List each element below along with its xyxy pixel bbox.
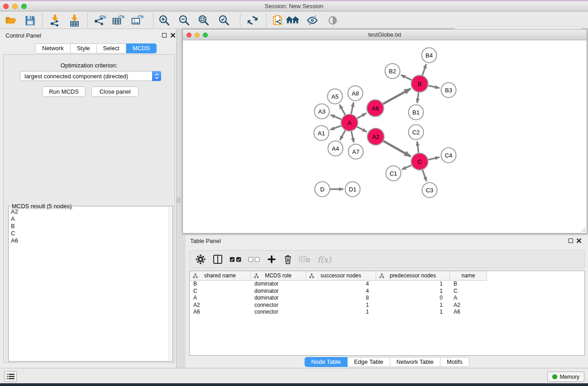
zoom-fit-button[interactable] bbox=[196, 13, 212, 28]
import-table-button[interactable] bbox=[66, 13, 82, 28]
node-A6[interactable]: A6 bbox=[367, 100, 384, 117]
run-mcds-button[interactable]: Run MCDS bbox=[42, 86, 86, 97]
edge-C-C3[interactable] bbox=[422, 170, 426, 181]
import-network-button[interactable] bbox=[47, 13, 63, 28]
save-session-button[interactable] bbox=[22, 13, 38, 28]
network-window-titlebar[interactable]: testGlobe.txt bbox=[183, 29, 587, 40]
edge-A-A2[interactable] bbox=[357, 127, 367, 132]
node-A7[interactable]: A7 bbox=[349, 144, 363, 159]
close-table-panel-icon[interactable] bbox=[576, 238, 582, 243]
table-row[interactable]: A2connector11A2 bbox=[190, 302, 584, 309]
tab-motifs[interactable]: Motifs bbox=[440, 357, 469, 367]
node-C[interactable]: C bbox=[411, 153, 428, 170]
tab-mcds[interactable]: MCDS bbox=[126, 43, 157, 53]
delete-column-button[interactable] bbox=[283, 253, 293, 266]
result-scrollbar[interactable] bbox=[168, 207, 172, 361]
edge-A-A8[interactable] bbox=[351, 102, 354, 114]
edge-A-A7[interactable] bbox=[351, 131, 354, 143]
node-C1[interactable]: C1 bbox=[386, 166, 401, 181]
edge-B-B1[interactable] bbox=[417, 92, 419, 103]
node-A5[interactable]: A5 bbox=[328, 89, 343, 104]
hide-selected-button[interactable] bbox=[304, 13, 320, 28]
apply-function-button[interactable]: f(x) bbox=[317, 253, 331, 266]
column-header-predecessor-nodes[interactable]: predecessor nodes bbox=[376, 271, 450, 281]
node-C3[interactable]: C3 bbox=[422, 183, 437, 198]
zoom-selected-button[interactable] bbox=[216, 13, 232, 28]
table-settings-button[interactable] bbox=[195, 253, 206, 266]
result-item[interactable]: A2 bbox=[9, 208, 168, 215]
delete-table-button[interactable] bbox=[299, 253, 311, 266]
node-B[interactable]: B bbox=[411, 76, 428, 92]
node-C4[interactable]: C4 bbox=[441, 148, 456, 163]
zoom-out-button[interactable] bbox=[176, 13, 192, 28]
network-view-window[interactable]: testGlobe.txt B4B2BB3A8A5A6A3B1AC2A1A2A4… bbox=[182, 29, 587, 234]
toggle-details-button[interactable] bbox=[325, 13, 341, 28]
deselect-all-rows-button[interactable] bbox=[248, 253, 260, 266]
edge-A6-B[interactable] bbox=[383, 89, 411, 104]
tab-network-table[interactable]: Network Table bbox=[390, 357, 440, 367]
network-canvas[interactable]: B4B2BB3A8A5A6A3B1AC2A1A2A4A7C4CC1DD1C3 bbox=[183, 40, 587, 233]
node-A8[interactable]: A8 bbox=[348, 86, 363, 101]
tab-select[interactable]: Select bbox=[97, 43, 126, 53]
table-row[interactable]: Adominator80A bbox=[190, 295, 584, 302]
node-A1[interactable]: A1 bbox=[314, 126, 329, 141]
float-panel-icon[interactable] bbox=[162, 33, 167, 38]
edge-B-B4[interactable] bbox=[422, 64, 426, 75]
node-A2[interactable]: A2 bbox=[368, 129, 384, 145]
node-B2[interactable]: B2 bbox=[385, 64, 400, 79]
result-item[interactable]: C bbox=[9, 230, 168, 237]
edge-B-B2[interactable] bbox=[401, 75, 412, 80]
close-panel-button[interactable]: Close panel bbox=[91, 86, 139, 97]
edge-C-C4[interactable] bbox=[428, 157, 440, 159]
edge-A-A4[interactable] bbox=[340, 130, 345, 140]
select-all-rows-button[interactable] bbox=[229, 253, 242, 266]
column-header-MCDS-role[interactable]: MCDS role bbox=[251, 271, 306, 281]
copy-network-button[interactable] bbox=[270, 13, 286, 28]
column-header-successor-nodes[interactable]: successor nodes bbox=[306, 271, 376, 281]
float-table-panel-icon[interactable] bbox=[569, 238, 573, 243]
tab-node-table[interactable]: Node Table bbox=[304, 357, 348, 367]
result-item[interactable]: B bbox=[9, 223, 168, 230]
table-row[interactable]: Cdominator41C bbox=[190, 288, 584, 295]
network-graph[interactable]: B4B2BB3A8A5A6A3B1AC2A1A2A4A7C4CC1DD1C3 bbox=[183, 40, 587, 233]
refresh-button[interactable] bbox=[244, 13, 261, 28]
tab-network[interactable]: Network bbox=[35, 43, 71, 53]
edge-B-B3[interactable] bbox=[428, 86, 440, 88]
zoom-in-button[interactable] bbox=[156, 13, 172, 28]
edge-A-A1[interactable] bbox=[330, 126, 341, 130]
node-A[interactable]: A bbox=[341, 114, 358, 131]
optimization-criterion-select[interactable]: largest connected component (directed) bbox=[20, 71, 161, 81]
mcds-result-list[interactable]: A2ABCA6 bbox=[9, 208, 168, 361]
control-panel-scroll-thumb[interactable] bbox=[177, 198, 181, 203]
table-row[interactable]: Bdominator41B bbox=[190, 281, 584, 288]
edge-A-A5[interactable] bbox=[339, 105, 345, 115]
tab-style[interactable]: Style bbox=[71, 43, 97, 53]
node-A3[interactable]: A3 bbox=[315, 104, 330, 119]
table-row[interactable]: A6connector11A6 bbox=[190, 309, 584, 316]
memory-button[interactable]: Memory bbox=[547, 372, 584, 382]
result-item[interactable]: A6 bbox=[9, 237, 168, 244]
node-C2[interactable]: C2 bbox=[409, 125, 424, 140]
column-header-shared-name[interactable]: shared name bbox=[190, 271, 251, 281]
add-column-button[interactable] bbox=[267, 253, 277, 266]
column-header-name[interactable]: name bbox=[450, 271, 487, 281]
edge-C-C1[interactable] bbox=[402, 165, 411, 170]
open-session-button[interactable] bbox=[3, 13, 19, 28]
edge-A-A6[interactable] bbox=[357, 113, 366, 118]
window-titlebar[interactable]: Session: New Session bbox=[0, 1, 588, 11]
export-table-button[interactable] bbox=[110, 13, 126, 28]
edge-A2-C[interactable] bbox=[383, 141, 411, 157]
node-D1[interactable]: D1 bbox=[345, 182, 360, 197]
node-B1[interactable]: B1 bbox=[409, 105, 424, 120]
node-table[interactable]: shared nameMCDS rolesuccessor nodesprede… bbox=[189, 271, 585, 356]
close-panel-icon[interactable] bbox=[170, 33, 176, 38]
result-item[interactable]: A bbox=[9, 215, 168, 223]
node-B4[interactable]: B4 bbox=[422, 48, 437, 63]
tab-edge-table[interactable]: Edge Table bbox=[348, 357, 390, 367]
resize-grip-icon[interactable] bbox=[580, 227, 586, 233]
node-B3[interactable]: B3 bbox=[441, 83, 456, 98]
edge-A-A3[interactable] bbox=[330, 115, 341, 119]
task-history-button[interactable] bbox=[4, 371, 17, 382]
column-visibility-button[interactable] bbox=[212, 253, 223, 266]
export-network-button[interactable] bbox=[91, 13, 108, 28]
